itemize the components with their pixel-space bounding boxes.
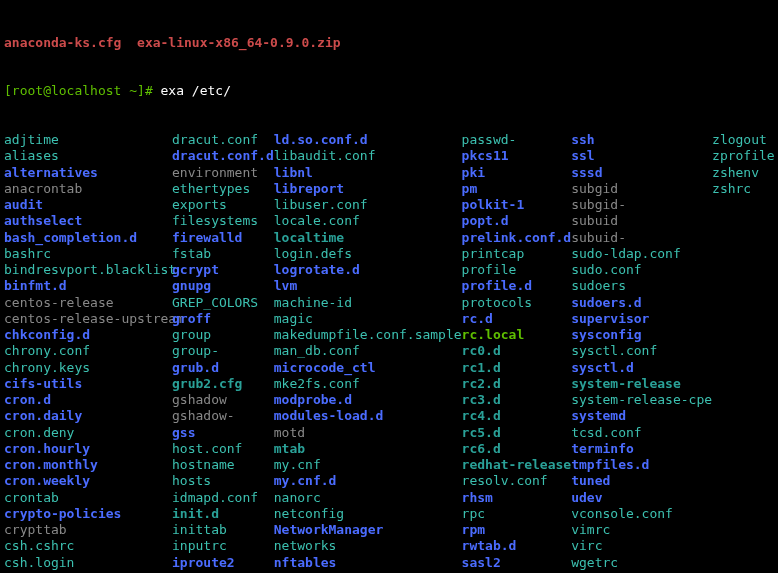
file-entry: mke2fs.conf xyxy=(274,376,462,392)
file-entry: profile.d xyxy=(462,278,572,294)
listing-col-3: passwd-pkcs11pkipmpolkit-1popt.dprelink.… xyxy=(462,132,572,573)
file-entry: environment xyxy=(172,165,274,181)
file-entry: csh.login xyxy=(4,555,172,571)
file-entry: makedumpfile.conf.sample xyxy=(274,327,462,343)
file-entry: man_db.conf xyxy=(274,343,462,359)
file-entry: sysctl.d xyxy=(571,360,712,376)
file-entry: ethertypes xyxy=(172,181,274,197)
file-entry: nftables xyxy=(274,555,462,571)
file-entry: sasl2 xyxy=(462,555,572,571)
file-entry: my.cnf xyxy=(274,457,462,473)
file-entry: inputrc xyxy=(172,538,274,554)
file-entry: crontab xyxy=(4,490,172,506)
file-entry: sudoers.d xyxy=(571,295,712,311)
file-entry: terminfo xyxy=(571,441,712,457)
file-entry: zshenv xyxy=(712,165,775,181)
file-entry: machine-id xyxy=(274,295,462,311)
file-entry: grub.d xyxy=(172,360,274,376)
file-entry: gss xyxy=(172,425,274,441)
file-entry: passwd- xyxy=(462,132,572,148)
file-entry: vconsole.conf xyxy=(571,506,712,522)
file-entry: libaudit.conf xyxy=(274,148,462,164)
file-entry: protocols xyxy=(462,295,572,311)
file-entry: system-release xyxy=(571,376,712,392)
file-entry: popt.d xyxy=(462,213,572,229)
file-entry: groff xyxy=(172,311,274,327)
file-entry: chrony.keys xyxy=(4,360,172,376)
file-entry: exports xyxy=(172,197,274,213)
file-entry: locale.conf xyxy=(274,213,462,229)
file-entry: networks xyxy=(274,538,462,554)
file-entry: bash_completion.d xyxy=(4,230,172,246)
file-entry: netconfig xyxy=(274,506,462,522)
file-entry: cron.hourly xyxy=(4,441,172,457)
file-entry: idmapd.conf xyxy=(172,490,274,506)
file-entry: microcode_ctl xyxy=(274,360,462,376)
prompt-user: [root@localhost ~]# xyxy=(4,83,153,98)
file-entry: anacrontab xyxy=(4,181,172,197)
file-entry: polkit-1 xyxy=(462,197,572,213)
file-entry: crypttab xyxy=(4,522,172,538)
file-entry: sssd xyxy=(571,165,712,181)
file-entry: pki xyxy=(462,165,572,181)
file-entry: rhsm xyxy=(462,490,572,506)
file-entry: NetworkManager xyxy=(274,522,462,538)
file-entry: group xyxy=(172,327,274,343)
prompt-line-1: [root@localhost ~]# exa /etc/ xyxy=(4,83,774,99)
file-entry: subgid xyxy=(571,181,712,197)
file-entry: pm xyxy=(462,181,572,197)
file-entry: adjtime xyxy=(4,132,172,148)
file-entry: virc xyxy=(571,538,712,554)
file-entry: filesystems xyxy=(172,213,274,229)
file-entry: authselect xyxy=(4,213,172,229)
listing-col-1: dracut.confdracut.conf.denvironmentether… xyxy=(172,132,274,573)
file-entry: zshrc xyxy=(712,181,775,197)
file-entry: modules-load.d xyxy=(274,408,462,424)
file-entry: dracut.conf.d xyxy=(172,148,274,164)
file-entry: libuser.conf xyxy=(274,197,462,213)
file-entry: audit xyxy=(4,197,172,213)
file-entry: tmpfiles.d xyxy=(571,457,712,473)
file-entry: bashrc xyxy=(4,246,172,262)
file-entry: host.conf xyxy=(172,441,274,457)
file-entry: printcap xyxy=(462,246,572,262)
listing-col-2: ld.so.conf.dlibaudit.conflibnllibreportl… xyxy=(274,132,462,573)
file-entry: rc.local xyxy=(462,327,572,343)
terminal[interactable]: anaconda-ks.cfg exa-linux-x86_64-0.9.0.z… xyxy=(0,0,778,573)
file-entry: binfmt.d xyxy=(4,278,172,294)
file-entry: gshadow- xyxy=(172,408,274,424)
file-entry: cron.weekly xyxy=(4,473,172,489)
file-entry: fstab xyxy=(172,246,274,262)
file-entry: chkconfig.d xyxy=(4,327,172,343)
file-entry: subuid xyxy=(571,213,712,229)
file-entry: init.d xyxy=(172,506,274,522)
file-entry: localtime xyxy=(274,230,462,246)
file-entry: login.defs xyxy=(274,246,462,262)
file-entry: motd xyxy=(274,425,462,441)
file-entry: alternatives xyxy=(4,165,172,181)
file-entry: grub2.cfg xyxy=(172,376,274,392)
file-entry: magic xyxy=(274,311,462,327)
listing: adjtimealiasesalternativesanacrontabaudi… xyxy=(4,132,774,573)
file-entry: logrotate.d xyxy=(274,262,462,278)
file-entry: sysctl.conf xyxy=(571,343,712,359)
file-entry: vimrc xyxy=(571,522,712,538)
file-entry: ssh xyxy=(571,132,712,148)
file-entry: centos-release xyxy=(4,295,172,311)
file-entry: wgetrc xyxy=(571,555,712,571)
file-entry: tuned xyxy=(571,473,712,489)
prompt-command: exa /etc/ xyxy=(153,83,231,98)
file-entry: ld.so.conf.d xyxy=(274,132,462,148)
file-entry: mtab xyxy=(274,441,462,457)
file-entry: pkcs11 xyxy=(462,148,572,164)
file-entry: aliases xyxy=(4,148,172,164)
file-entry: rc3.d xyxy=(462,392,572,408)
file-entry: centos-release-upstream xyxy=(4,311,172,327)
file-entry: sudo.conf xyxy=(571,262,712,278)
file-entry: zprofile xyxy=(712,148,775,164)
file-entry: rwtab.d xyxy=(462,538,572,554)
file-entry: libreport xyxy=(274,181,462,197)
file-entry: subuid- xyxy=(571,230,712,246)
file-entry: cifs-utils xyxy=(4,376,172,392)
prev-output-line: anaconda-ks.cfg exa-linux-x86_64-0.9.0.z… xyxy=(4,35,774,51)
